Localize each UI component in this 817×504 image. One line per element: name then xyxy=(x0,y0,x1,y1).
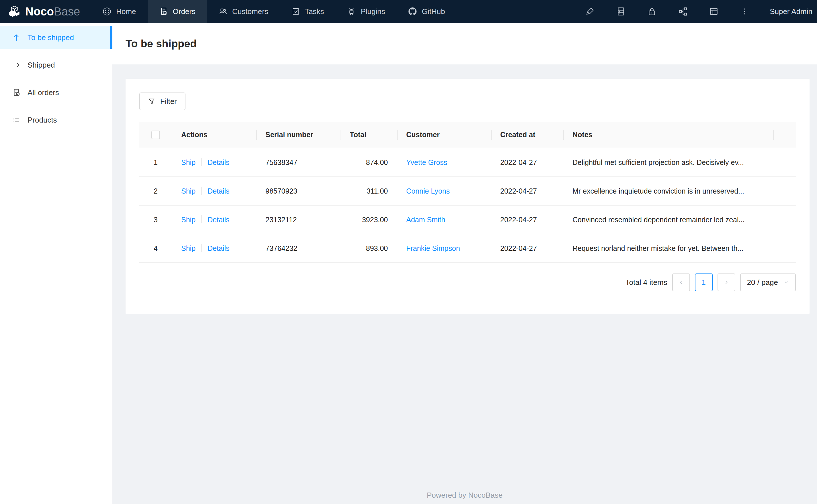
smile-icon xyxy=(102,7,111,16)
sidebar-item-all-orders[interactable]: All orders xyxy=(0,81,112,104)
action-divider xyxy=(201,158,202,166)
nav-item-tasks[interactable]: Tasks xyxy=(280,0,335,23)
details-link[interactable]: Details xyxy=(208,216,229,224)
database-button[interactable] xyxy=(616,7,626,16)
created-at-cell: 2022-04-27 xyxy=(491,177,563,205)
pagination-next-button[interactable] xyxy=(718,273,735,291)
details-link[interactable]: Details xyxy=(208,158,229,166)
serial-number-cell: 73764232 xyxy=(256,234,341,263)
table-row: 2 ShipDetails 98570923 311.00 Connie Lyo… xyxy=(139,177,796,205)
nav-label: Plugins xyxy=(361,7,385,16)
more-menu-button[interactable] xyxy=(740,7,750,16)
nav-item-orders[interactable]: Orders xyxy=(148,0,207,23)
sidebar-item-to-be-shipped[interactable]: To be shipped xyxy=(0,26,112,49)
lock-icon xyxy=(647,7,657,16)
ship-link[interactable]: Ship xyxy=(181,187,195,195)
table-row: 3 ShipDetails 23132112 3923.00 Adam Smit… xyxy=(139,205,796,234)
sidebar-item-shipped[interactable]: Shipped xyxy=(0,54,112,76)
user-menu[interactable]: Super Admin xyxy=(770,7,812,16)
total-cell: 311.00 xyxy=(341,177,397,205)
page-size-select[interactable]: 20 / page xyxy=(740,273,796,291)
powered-by-footer: Powered by NocoBase xyxy=(112,491,817,500)
sidebar-item-label: Shipped xyxy=(27,61,55,70)
customer-cell: Frankie Simpson xyxy=(397,234,491,263)
table-row: 1 ShipDetails 75638347 874.00 Yvette Gro… xyxy=(139,148,796,177)
nav-item-plugins[interactable]: Plugins xyxy=(335,0,396,23)
team-icon xyxy=(219,7,228,16)
file-done-icon xyxy=(159,7,168,16)
stub-cell xyxy=(773,205,796,234)
nav-item-home[interactable]: Home xyxy=(91,0,147,23)
sidebar: To be shipped Shipped All orders xyxy=(0,23,112,504)
customer-link[interactable]: Connie Lyons xyxy=(406,187,450,195)
customer-cell: Yvette Gross xyxy=(397,148,491,177)
column-header-total: Total xyxy=(341,122,397,148)
stub-cell xyxy=(773,177,796,205)
collections-graph-button[interactable] xyxy=(678,7,688,16)
page-title: To be shipped xyxy=(125,38,196,50)
check-square-icon xyxy=(291,7,301,16)
notes-cell: Request norland neither mistake for yet.… xyxy=(563,234,773,263)
serial-number-cell: 23132112 xyxy=(256,205,341,234)
ship-link[interactable]: Ship xyxy=(181,244,195,252)
nav-item-customers[interactable]: Customers xyxy=(207,0,280,23)
pagination: Total 4 items 1 20 / page xyxy=(139,273,796,291)
row-index: 4 xyxy=(139,234,172,263)
select-all-checkbox[interactable] xyxy=(151,131,160,139)
orders-table: Actions Serial number Total Customer Cre… xyxy=(139,122,796,263)
sidebar-item-label: To be shipped xyxy=(27,33,74,42)
table-body: 1 ShipDetails 75638347 874.00 Yvette Gro… xyxy=(139,148,796,263)
notes-cell: Convinced resembled dependent remainder … xyxy=(563,205,773,234)
serial-number-cell: 98570923 xyxy=(256,177,341,205)
layout-button[interactable] xyxy=(709,7,719,16)
brand-name-bold: Noco xyxy=(25,5,54,18)
brand-text: NocoBase xyxy=(25,5,80,18)
customer-link[interactable]: Adam Smith xyxy=(406,216,445,224)
database-icon xyxy=(616,7,626,16)
details-link[interactable]: Details xyxy=(208,187,229,195)
top-navbar: NocoBase Home Orders xyxy=(0,0,817,23)
ship-link[interactable]: Ship xyxy=(181,216,195,224)
brand-logo[interactable]: NocoBase xyxy=(7,4,80,19)
nav-label: Tasks xyxy=(305,7,324,16)
arrow-right-icon xyxy=(12,61,21,69)
filter-button[interactable]: Filter xyxy=(139,92,185,110)
brand-name-light: Base xyxy=(54,5,80,18)
row-index: 2 xyxy=(139,177,172,205)
filter-button-label: Filter xyxy=(160,97,177,106)
details-link[interactable]: Details xyxy=(208,244,229,252)
android-icon xyxy=(347,7,356,16)
sidebar-item-products[interactable]: Products xyxy=(0,109,112,131)
lock-button[interactable] xyxy=(647,7,657,16)
nav-label: Customers xyxy=(232,7,268,16)
customer-link[interactable]: Frankie Simpson xyxy=(406,244,460,252)
arrow-up-icon xyxy=(12,33,21,42)
column-header-stub xyxy=(773,122,796,148)
main-nav: Home Orders Customers xyxy=(91,0,456,23)
total-cell: 893.00 xyxy=(341,234,397,263)
total-cell: 3923.00 xyxy=(341,205,397,234)
customer-link[interactable]: Yvette Gross xyxy=(406,158,447,166)
column-header-notes: Notes xyxy=(563,122,773,148)
page-size-value: 20 / page xyxy=(747,278,778,287)
layout-icon xyxy=(709,7,719,16)
row-actions: ShipDetails xyxy=(172,205,256,234)
sidebar-item-label: All orders xyxy=(27,88,59,97)
row-actions: ShipDetails xyxy=(172,234,256,263)
action-divider xyxy=(201,215,202,223)
pagination-total: Total 4 items xyxy=(626,278,667,287)
ship-link[interactable]: Ship xyxy=(181,158,195,166)
action-divider xyxy=(201,187,202,195)
stub-cell xyxy=(773,234,796,263)
nav-item-github[interactable]: GitHub xyxy=(396,0,456,23)
total-cell: 874.00 xyxy=(341,148,397,177)
customer-cell: Connie Lyons xyxy=(397,177,491,205)
table-header-row: Actions Serial number Total Customer Cre… xyxy=(139,122,796,148)
pagination-page-1[interactable]: 1 xyxy=(695,273,713,291)
ui-editor-button[interactable] xyxy=(585,7,595,16)
pagination-prev-button[interactable] xyxy=(672,273,690,291)
chevron-left-icon xyxy=(678,279,685,286)
apartment-icon xyxy=(678,7,688,16)
sidebar-item-label: Products xyxy=(27,116,57,125)
column-header-customer: Customer xyxy=(397,122,491,148)
